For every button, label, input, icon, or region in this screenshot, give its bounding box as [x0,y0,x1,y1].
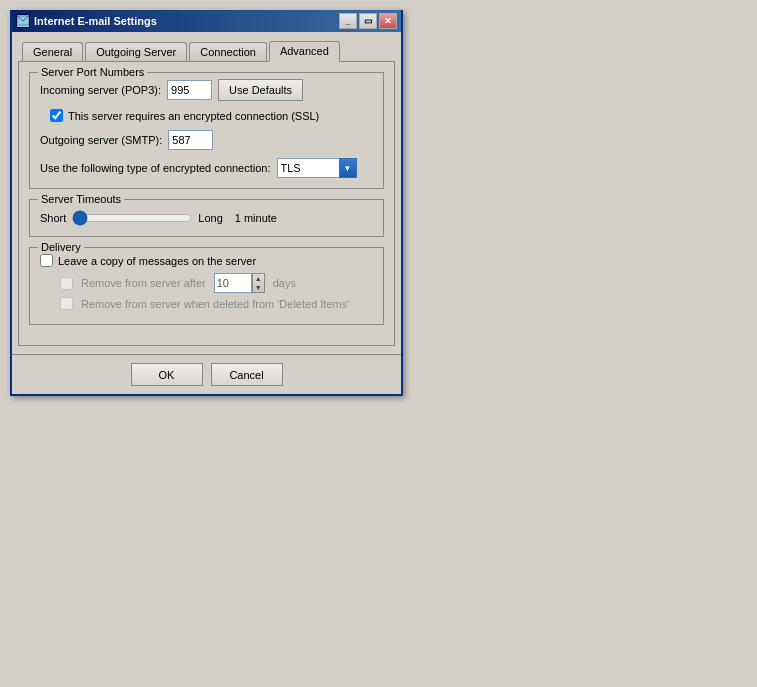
tab-bar: General Outgoing Server Connection Advan… [18,36,395,61]
outgoing-server-row: Outgoing server (SMTP): [40,130,373,150]
tab-connection[interactable]: Connection [189,42,267,62]
remove-after-row: Remove from server after ▲ ▼ days [60,273,373,293]
tab-advanced[interactable]: Advanced [269,41,340,62]
ssl-checkbox-row: This server requires an encrypted connec… [50,109,373,122]
remove-after-checkbox[interactable] [60,277,73,290]
remove-deleted-label: Remove from server when deleted from 'De… [81,298,349,310]
maximize-button[interactable]: ▭ [359,13,377,29]
title-bar: Internet E-mail Settings _ ▭ ✕ [12,10,401,32]
cancel-button[interactable]: Cancel [211,363,283,386]
encrypted-label: Use the following type of encrypted conn… [40,162,271,174]
leave-copy-checkbox[interactable] [40,254,53,267]
close-button[interactable]: ✕ [379,13,397,29]
window-title: Internet E-mail Settings [34,15,157,27]
server-port-label: Server Port Numbers [38,66,147,78]
server-timeouts-group: Server Timeouts Short Long 1 minute [29,199,384,237]
incoming-server-input[interactable] [167,80,212,100]
server-port-group: Server Port Numbers Incoming server (POP… [29,72,384,189]
leave-copy-row: Leave a copy of messages on the server [40,254,373,267]
use-defaults-button[interactable]: Use Defaults [218,79,303,101]
tab-outgoing-server[interactable]: Outgoing Server [85,42,187,62]
spinner-buttons: ▲ ▼ [252,273,265,293]
spinner-down-button[interactable]: ▼ [253,283,264,292]
incoming-server-label: Incoming server (POP3): [40,84,161,96]
outgoing-server-label: Outgoing server (SMTP): [40,134,162,146]
delivery-group: Delivery Leave a copy of messages on the… [29,247,384,325]
window-icon [16,14,30,28]
encrypted-row: Use the following type of encrypted conn… [40,158,373,178]
outgoing-server-input[interactable] [168,130,213,150]
minimize-button[interactable]: _ [339,13,357,29]
timeout-slider[interactable] [72,210,192,226]
window-body: General Outgoing Server Connection Advan… [12,32,401,354]
encrypted-dropdown-wrap: None SSL TLS Auto ▼ [277,158,357,178]
timeout-value: 1 minute [235,212,277,224]
dialog-footer: OK Cancel [12,354,401,394]
incoming-server-row: Incoming server (POP3): Use Defaults [40,79,373,101]
encrypted-type-select[interactable]: None SSL TLS Auto [277,158,357,178]
leave-copy-label: Leave a copy of messages on the server [58,255,256,267]
long-label: Long [198,212,222,224]
ok-button[interactable]: OK [131,363,203,386]
timeout-slider-row: Short Long 1 minute [40,210,373,226]
ssl-label: This server requires an encrypted connec… [68,110,319,122]
tab-general[interactable]: General [22,42,83,62]
remove-after-label: Remove from server after [81,277,206,289]
remove-deleted-checkbox[interactable] [60,297,73,310]
email-settings-window: Internet E-mail Settings _ ▭ ✕ General O… [10,10,403,396]
delivery-label: Delivery [38,241,84,253]
days-label: days [273,277,296,289]
tab-content: Server Port Numbers Incoming server (POP… [18,61,395,346]
server-timeouts-label: Server Timeouts [38,193,124,205]
short-label: Short [40,212,66,224]
spinner-up-button[interactable]: ▲ [253,274,264,283]
title-buttons: _ ▭ ✕ [339,13,397,29]
remove-days-input[interactable] [214,273,252,293]
remove-deleted-row: Remove from server when deleted from 'De… [60,297,373,310]
ssl-checkbox[interactable] [50,109,63,122]
